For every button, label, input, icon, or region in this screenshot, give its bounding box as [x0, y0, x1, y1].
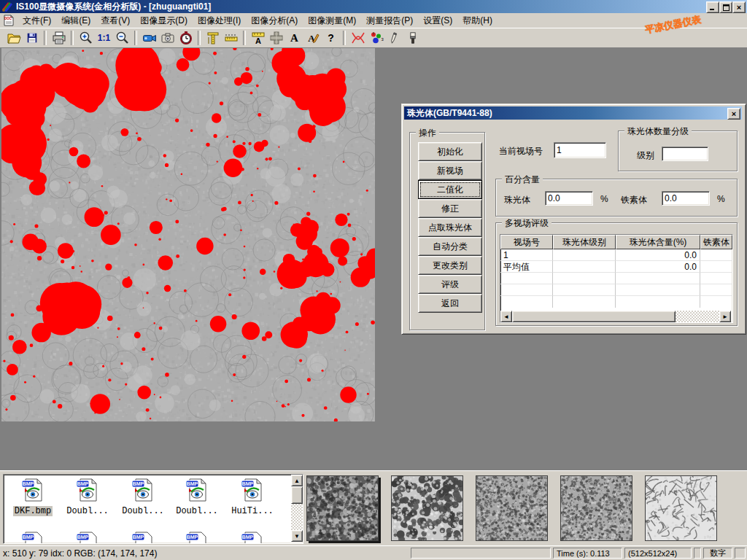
print-icon[interactable] — [50, 29, 68, 47]
maximize-button[interactable] — [719, 1, 732, 13]
grid-tool-icon[interactable] — [267, 29, 285, 47]
thumbnail-image-5[interactable] — [645, 475, 717, 541]
length-measure-icon[interactable] — [222, 29, 240, 47]
save-icon[interactable] — [23, 29, 41, 47]
table-row[interactable] — [500, 284, 732, 296]
thumbnail-image-1[interactable] — [306, 475, 379, 541]
text-annotate-icon[interactable]: A — [285, 29, 303, 47]
return-button[interactable]: 返回 — [418, 294, 482, 313]
rating-table[interactable]: 视场号 珠光体级别 珠光体含量(%) 铁素体 1 0.0 平均值 0.0 — [500, 234, 733, 323]
file-item[interactable]: BMP Doubl... — [62, 477, 113, 516]
file-name[interactable]: Doubl... — [120, 506, 166, 516]
new-field-button[interactable]: 新视场 — [418, 161, 482, 180]
col-ferrite[interactable]: 铁素体 — [700, 235, 732, 249]
scroll-right-icon[interactable]: ► — [719, 311, 731, 322]
table-hscrollbar[interactable]: ◄ ► — [500, 311, 731, 322]
zoom-in-icon[interactable] — [77, 29, 95, 47]
application-window: IS100显微摄像系统(金相分析版) - [zhuguangti01] × 平凉… — [0, 0, 747, 560]
ferrite-input[interactable] — [662, 191, 710, 206]
file-item[interactable]: BMP Doubl... — [117, 477, 169, 516]
file-item[interactable]: BMP — [62, 530, 113, 544]
table-row[interactable] — [500, 273, 732, 284]
col-field-no[interactable]: 视场号 — [500, 235, 553, 249]
menu-image-display[interactable]: 图像显示(D) — [135, 13, 193, 28]
menu-file[interactable]: 文件(F) — [18, 13, 56, 28]
binarize-button[interactable]: 二值化 — [418, 180, 482, 199]
multifield-group-label: 多视场评级 — [502, 217, 551, 230]
table-row[interactable] — [500, 296, 732, 308]
fill-brush-icon[interactable] — [403, 29, 422, 47]
file-item[interactable]: BMP — [117, 530, 169, 544]
menu-settings[interactable]: 设置(S) — [418, 13, 457, 28]
svg-text:DOC: DOC — [4, 17, 12, 20]
file-browser[interactable]: BMP DKF.bmp BMP Doubl... — [3, 474, 303, 544]
text-edit-icon[interactable]: A — [303, 29, 322, 47]
pick-tool-icon[interactable] — [385, 29, 403, 47]
col-pearlite-pct[interactable]: 珠光体含量(%) — [616, 235, 700, 249]
file-browser-vscrollbar[interactable]: ▲ ▼ — [291, 475, 303, 542]
scroll-down-icon[interactable]: ▼ — [291, 530, 303, 542]
correct-button[interactable]: 修正 — [418, 199, 482, 218]
menu-image-process[interactable]: 图像处理(I) — [193, 13, 246, 28]
menu-image-measure[interactable]: 图像测量(M) — [303, 13, 361, 28]
file-name[interactable]: DKF.bmp — [13, 506, 53, 516]
file-name[interactable]: Doubl... — [174, 506, 220, 516]
file-item[interactable]: BMP HuiTi... — [227, 477, 278, 516]
color-classify-icon[interactable]: 3 — [367, 29, 385, 47]
table-row[interactable]: 平均值 0.0 — [500, 261, 732, 273]
caliper-measure-icon[interactable] — [204, 29, 222, 47]
svg-text:BMP: BMP — [77, 534, 89, 540]
help-icon[interactable]: ? — [322, 29, 340, 47]
pick-pearlite-button[interactable]: 点取珠光体 — [418, 218, 482, 237]
status-panel-empty — [411, 548, 551, 559]
scroll-thumb[interactable] — [512, 311, 676, 322]
open-icon[interactable] — [4, 29, 23, 47]
scroll-up-icon[interactable]: ▲ — [291, 475, 303, 486]
actual-size-icon[interactable]: 1:1 — [95, 29, 113, 47]
svg-text:BMP: BMP — [23, 481, 34, 486]
menu-image-analysis[interactable]: 图像分析(A) — [246, 13, 303, 28]
menu-edit[interactable]: 编辑(E) — [56, 13, 96, 28]
menu-help[interactable]: 帮助(H) — [457, 13, 498, 28]
file-item[interactable]: BMP DKF.bmp — [7, 477, 58, 516]
menu-measure-report[interactable]: 测量报告(P) — [361, 13, 418, 28]
svg-text:BMP: BMP — [23, 534, 34, 540]
timer-clock-icon[interactable] — [177, 29, 195, 47]
table-row[interactable]: 1 0.0 — [500, 249, 732, 261]
file-item[interactable]: BMP — [227, 530, 278, 544]
thumbnail-image-4[interactable] — [560, 475, 632, 541]
auto-classify-button[interactable]: 自动分类 — [418, 237, 482, 256]
scroll-thumb[interactable] — [291, 486, 303, 504]
file-name[interactable]: Doubl... — [65, 506, 110, 516]
rate-button[interactable]: 评级 — [418, 275, 482, 294]
text-measure-icon[interactable]: A — [249, 29, 267, 47]
svg-text:BMP: BMP — [187, 534, 198, 540]
dialog-title-bar[interactable]: 珠光体(GB/T9441-88) × — [404, 106, 742, 120]
change-class-button[interactable]: 更改类别 — [418, 256, 482, 275]
title-bar: IS100显微摄像系统(金相分析版) - [zhuguangti01] × — [0, 0, 747, 13]
thumbnail-image-3[interactable] — [476, 475, 548, 541]
current-field-input[interactable] — [554, 142, 606, 158]
dialog-close-button[interactable]: × — [727, 108, 740, 120]
metallographic-image[interactable] — [1, 48, 375, 421]
scroll-left-icon[interactable]: ◄ — [500, 311, 512, 322]
camera-capture-icon[interactable] — [158, 29, 177, 47]
file-name[interactable]: HuiTi... — [230, 506, 275, 516]
menu-view[interactable]: 查看(V) — [96, 13, 135, 28]
zoom-out-icon[interactable] — [113, 29, 131, 47]
minimize-button[interactable] — [706, 1, 719, 13]
pearlite-input[interactable] — [545, 191, 593, 206]
close-button[interactable]: × — [732, 1, 746, 13]
cell-field-no: 1 — [500, 249, 553, 261]
cell-pearlite-pct: 0.0 — [616, 249, 700, 261]
curve-tool-icon[interactable] — [349, 29, 367, 47]
initialize-button[interactable]: 初始化 — [418, 142, 482, 161]
col-level[interactable]: 珠光体级别 — [553, 235, 616, 249]
file-item[interactable]: BMP — [7, 530, 58, 544]
video-capture-icon[interactable] — [140, 29, 158, 47]
status-mode-panel: 数字 — [703, 548, 732, 559]
file-item[interactable]: BMP Doubl... — [171, 477, 222, 516]
level-input[interactable] — [662, 147, 708, 161]
thumbnail-image-2[interactable] — [391, 475, 463, 541]
file-item[interactable]: BMP — [171, 530, 222, 544]
